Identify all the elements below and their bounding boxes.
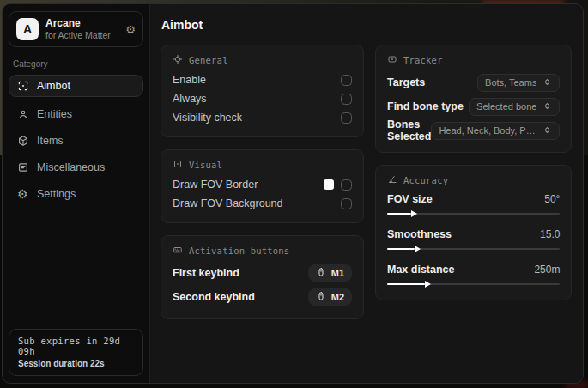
account-settings-gear-icon[interactable]: ⚙ [125,23,136,36]
targets-dropdown[interactable]: Bots, Teams [477,74,560,92]
first-keybind-button[interactable]: M1 [308,264,352,282]
sidebar-nav: Aimbot Entities Items [9,75,143,209]
find-bone-type-dropdown[interactable]: Selected bone [469,98,560,116]
slider-fill [387,213,411,215]
session-duration-text: Session duration 22s [18,359,134,368]
brand-subtitle: for Active Matter [45,30,111,41]
fov-size-slider[interactable] [387,209,560,218]
brand-card: A Arcane for Active Matter ⚙ [9,11,143,47]
sidebar-item-label: Items [37,135,64,147]
visibility-check-checkbox[interactable] [341,112,352,124]
card-activation-header: Activation buttons [173,245,352,257]
dropdown-value: Bots, Teams [485,77,536,88]
gear-icon: ⚙ [17,188,29,200]
subscription-info-box: Sub expires in 29d 09h Session duration … [9,329,143,376]
draw-fov-border-checkbox[interactable] [341,179,352,191]
sub-expires-text: Sub expires in 29d 09h [18,336,134,356]
keyboard-icon [173,245,183,257]
brand-name: Arcane [45,17,111,30]
setting-row: First keybind M1 [173,261,352,285]
card-tracker: Tracker Targets Bots, Teams [375,45,572,153]
dropdown-value: Head, Neck, Body, Pe... [439,125,536,136]
smoothness-slider[interactable] [387,245,560,253]
slider-value: 15.0 [540,228,560,240]
card-accuracy-header: Accuracy [387,174,560,186]
card-title: General [189,55,228,65]
setting-label: Second keybind [173,291,255,303]
slider-value: 250m [534,264,560,276]
sidebar-item-miscellaneous[interactable]: Miscellaneous [9,156,143,179]
setting-row: Second keybind M2 [173,285,352,309]
tracker-icon [387,54,397,66]
slider-value: 50° [544,193,560,205]
setting-label: Draw FOV Background [173,197,283,209]
card-title: Visual [189,160,222,170]
sidebar-item-entities[interactable]: Entities [9,103,143,125]
card-visual-header: Visual [173,159,352,171]
page-title: Aimbot [161,18,572,32]
sidebar-item-label: Entities [37,108,72,120]
second-keybind-button[interactable]: M2 [308,288,352,306]
setting-label: First keybind [173,267,239,279]
main-panel: Aimbot General Enable [150,4,584,383]
setting-row: Draw FOV Background [173,194,352,213]
angle-icon [387,174,397,186]
sidebar-item-label: Settings [37,188,76,200]
card-tracker-header: Tracker [387,54,560,66]
setting-row: Visibility check [173,108,352,127]
slider-row: FOV size 50° [387,191,560,218]
draw-fov-background-checkbox[interactable] [341,198,352,209]
setting-controls [324,179,352,191]
panel-list-icon [17,161,29,173]
brand-logo: A [16,18,39,40]
card-general-header: General [173,54,352,66]
crosshair-icon [173,54,183,66]
sidebar-item-aimbot[interactable]: Aimbot [9,75,143,97]
frame-icon [173,159,183,171]
setting-row: Find bone type Selected bone [387,94,560,118]
cheat-menu-window: A Arcane for Active Matter ⚙ Category Ai… [2,3,584,384]
setting-label: Draw FOV Border [173,179,258,191]
card-accuracy: Accuracy FOV size 50° [375,165,572,300]
setting-label: Enable [173,74,206,86]
left-column: General Enable Always Visibility check [161,45,364,331]
mouse-icon [316,291,326,303]
fov-border-color-swatch[interactable] [324,179,334,190]
enable-checkbox[interactable] [341,75,352,86]
setting-label: Find bone type [387,100,464,112]
always-checkbox[interactable] [341,94,352,105]
setting-label: Smoothness [387,228,452,240]
crosshair-scan-icon [17,80,29,92]
setting-label: FOV size [387,193,433,205]
slider-row: Smoothness 15.0 [387,226,560,253]
keybind-value: M2 [331,292,344,302]
setting-label: Visibility check [173,112,242,124]
cube-icon [17,135,29,147]
keybind-value: M1 [331,268,344,278]
sidebar-item-settings[interactable]: ⚙ Settings [9,183,143,205]
person-scan-icon [17,108,29,120]
sidebar: A Arcane for Active Matter ⚙ Category Ai… [3,4,150,383]
card-activation-buttons: Activation buttons First keybind M1 [161,235,364,319]
sidebar-item-items[interactable]: Items [9,130,143,152]
max-distance-slider[interactable] [387,280,560,288]
card-title: Tracker [403,55,443,65]
category-label: Category [13,59,139,69]
expand-icon [543,77,552,88]
card-general: General Enable Always Visibility check [161,45,364,137]
setting-label: Bones Selected [387,118,431,142]
brand-logo-letter: A [23,22,32,36]
card-visual: Visual Draw FOV Border Draw FOV Backgrou… [161,149,364,223]
mouse-icon [316,267,326,279]
setting-label: Max distance [387,264,455,276]
dropdown-value: Selected bone [476,101,536,112]
card-title: Accuracy [403,175,448,185]
slider-fill [387,248,415,250]
bones-selected-dropdown[interactable]: Head, Neck, Body, Pe... [431,122,560,140]
setting-row: Targets Bots, Teams [387,70,560,94]
slider-row: Max distance 250m [387,261,560,288]
setting-row: Always [173,89,352,108]
expand-icon [543,101,552,112]
card-title: Activation buttons [189,246,289,256]
right-column: Tracker Targets Bots, Teams [375,45,572,312]
